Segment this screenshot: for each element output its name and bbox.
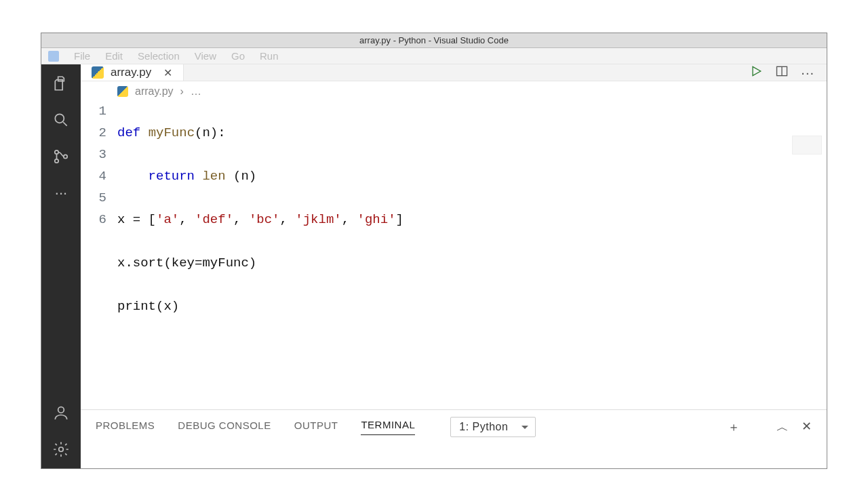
line-gutter: 1 2 3 4 5 6: [81, 100, 117, 404]
window-title: array.py - Python - Visual Studio Code: [359, 35, 509, 45]
terminal-selector[interactable]: 1: Python: [450, 417, 536, 437]
tab-problems[interactable]: PROBLEMS: [96, 420, 155, 435]
svg-point-4: [58, 407, 64, 413]
vscode-logo-icon: [48, 51, 59, 62]
minimap[interactable]: [792, 136, 822, 155]
tab-terminal[interactable]: TERMINAL: [361, 419, 415, 435]
svg-point-5: [59, 447, 64, 452]
breadcrumb-file: array.py: [135, 85, 174, 98]
menu-bar: File Edit Selection View Go Run: [41, 48, 827, 64]
menu-item[interactable]: Go: [231, 50, 245, 62]
chevron-up-icon[interactable]: ︿: [776, 419, 789, 435]
terminal-output[interactable]: PS C:\Users\John\Dropbox\My PC (Avatar)\…: [81, 444, 827, 468]
run-icon[interactable]: [749, 64, 763, 81]
bottom-panel: PROBLEMS DEBUG CONSOLE OUTPUT TERMINAL 1…: [81, 409, 827, 468]
tab-output[interactable]: OUTPUT: [294, 420, 338, 435]
svg-point-3: [64, 155, 67, 158]
activity-bar: ···: [41, 64, 81, 468]
account-icon[interactable]: [52, 403, 71, 422]
window-titlebar: array.py - Python - Visual Studio Code: [41, 33, 827, 48]
new-terminal-icon[interactable]: ＋: [728, 419, 741, 435]
explorer-icon[interactable]: [52, 74, 71, 93]
close-icon[interactable]: ✕: [163, 66, 172, 79]
search-icon[interactable]: [52, 110, 71, 129]
breadcrumb-tail: …: [191, 85, 201, 98]
more-icon[interactable]: ···: [52, 184, 71, 203]
gear-icon[interactable]: [52, 440, 71, 459]
split-editor-icon[interactable]: [775, 64, 789, 81]
tab-array-py[interactable]: array.py ✕: [81, 64, 184, 81]
source-control-icon[interactable]: [52, 147, 71, 166]
python-file-icon: [117, 86, 128, 97]
svg-point-1: [55, 150, 58, 154]
tab-debug-console[interactable]: DEBUG CONSOLE: [178, 420, 271, 435]
svg-point-0: [55, 114, 64, 123]
code-editor[interactable]: 1 2 3 4 5 6 def myFunc(n): return len (n…: [81, 99, 827, 409]
editor-tabs: array.py ✕ ···: [81, 64, 827, 81]
menu-item[interactable]: Selection: [138, 50, 180, 62]
more-actions-icon[interactable]: ···: [801, 65, 814, 81]
menu-item[interactable]: View: [195, 50, 216, 62]
svg-point-2: [55, 159, 58, 163]
menu-item[interactable]: Edit: [105, 50, 123, 62]
menu-item[interactable]: File: [74, 50, 90, 62]
breadcrumb[interactable]: array.py › …: [81, 81, 827, 99]
python-file-icon: [92, 66, 104, 79]
close-panel-icon[interactable]: ✕: [802, 419, 812, 435]
code-content[interactable]: def myFunc(n): return len (n) x = ['a', …: [117, 100, 827, 404]
menu-item[interactable]: Run: [260, 50, 279, 62]
tab-label: array.py: [111, 66, 151, 79]
